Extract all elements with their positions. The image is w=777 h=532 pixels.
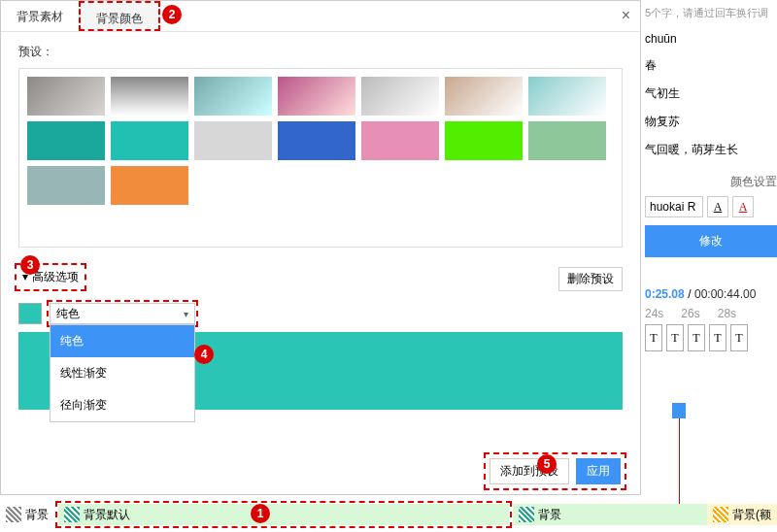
- chevron-down-icon: ▾: [184, 309, 188, 319]
- dropdown-option-linear[interactable]: 线性渐变: [51, 357, 194, 389]
- hatch-icon: [713, 507, 728, 522]
- fill-type-select[interactable]: 纯色 ▾: [50, 303, 195, 324]
- tab-bg-material[interactable]: 背景素材: [1, 1, 79, 31]
- ruler-tick: 28s: [718, 307, 736, 320]
- add-to-preset-button[interactable]: 添加到预设: [490, 458, 569, 484]
- hatch-icon: [64, 507, 80, 522]
- color-swatch[interactable]: [528, 77, 606, 116]
- annotation-badge-5: 5: [537, 454, 557, 474]
- ruler-tick: 24s: [645, 307, 663, 320]
- color-swatch[interactable]: [111, 166, 188, 205]
- font-select[interactable]: [645, 196, 703, 217]
- color-swatch[interactable]: [194, 77, 272, 116]
- playhead[interactable]: [672, 403, 686, 418]
- track-bg: 背景: [0, 503, 54, 527]
- color-swatch[interactable]: [27, 166, 105, 205]
- apply-button[interactable]: 应用: [576, 458, 621, 484]
- annotation-badge-1: 1: [251, 504, 270, 523]
- dropdown-option-radial[interactable]: 径向渐变: [51, 389, 194, 421]
- color-swatch[interactable]: [278, 121, 355, 160]
- preset-label: 预设：: [1, 32, 640, 68]
- text-line: 物复苏: [645, 108, 777, 136]
- text-line: 春: [645, 51, 777, 80]
- total-time: 00:00:44.00: [694, 287, 756, 301]
- fill-type-value: 纯色: [56, 306, 80, 322]
- fill-type-dropdown: 纯色 线性渐变 径向渐变: [50, 324, 195, 422]
- annotation-badge-4: 4: [194, 345, 214, 364]
- text-line: 气回暖，萌芽生长: [645, 136, 777, 164]
- color-setting-label: 颜色设置: [645, 174, 777, 190]
- text-marker[interactable]: T: [666, 324, 684, 351]
- preset-swatches: [18, 68, 623, 248]
- text-color-red-button[interactable]: A: [732, 196, 754, 217]
- color-swatch[interactable]: [445, 77, 523, 116]
- color-swatch[interactable]: [27, 121, 105, 160]
- text-line: chuūn: [645, 26, 777, 51]
- color-swatch[interactable]: [361, 121, 439, 160]
- color-swatch[interactable]: [111, 77, 188, 116]
- color-swatch[interactable]: [361, 77, 439, 116]
- color-swatch[interactable]: [445, 121, 523, 160]
- close-icon[interactable]: ×: [622, 7, 630, 24]
- ruler-tick: 26s: [681, 307, 699, 320]
- hatch-icon: [519, 507, 534, 522]
- color-swatch[interactable]: [528, 121, 606, 160]
- current-time: 0:25.08: [645, 287, 685, 301]
- color-swatch[interactable]: [194, 121, 272, 160]
- current-color-chip[interactable]: [18, 303, 42, 324]
- tab-bg-color[interactable]: 背景颜色: [79, 1, 160, 31]
- track-segment[interactable]: 背景: [513, 504, 707, 525]
- track-segment-default[interactable]: 背景默认: [58, 504, 509, 525]
- text-line: 气初生: [645, 80, 777, 108]
- dropdown-option-solid[interactable]: 纯色: [51, 325, 194, 357]
- color-swatch[interactable]: [27, 77, 105, 116]
- modify-button[interactable]: 修改: [645, 225, 777, 257]
- delete-preset-button[interactable]: 删除预设: [558, 267, 623, 291]
- text-marker[interactable]: T: [645, 324, 662, 351]
- color-swatch[interactable]: [278, 77, 355, 116]
- annotation-badge-3: 3: [20, 255, 40, 275]
- text-marker[interactable]: T: [688, 324, 705, 351]
- text-marker[interactable]: T: [709, 324, 726, 351]
- annotation-badge-2: 2: [162, 5, 182, 24]
- hatch-icon: [6, 507, 21, 522]
- text-marker[interactable]: T: [730, 324, 748, 351]
- track-segment-extra[interactable]: 背景(额: [707, 504, 777, 525]
- color-swatch[interactable]: [111, 121, 188, 160]
- text-color-button[interactable]: A: [707, 196, 728, 217]
- char-limit-hint: 5个字，请通过回车换行调: [645, 0, 777, 26]
